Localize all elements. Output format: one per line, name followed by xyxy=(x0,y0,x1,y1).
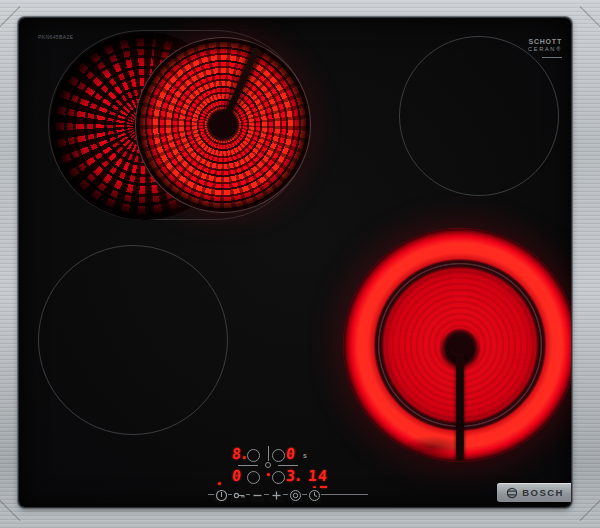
dual-zone-icon xyxy=(289,489,302,502)
minus-icon xyxy=(251,489,264,502)
ceran-text: CERAN® xyxy=(528,46,562,53)
frame-miter-seam xyxy=(580,499,600,521)
bosch-emblem-icon xyxy=(506,487,518,499)
bosch-text: BOSCH xyxy=(522,487,563,498)
zone-icon-back-left xyxy=(247,449,260,462)
model-label: PKN645BA2E xyxy=(38,34,73,40)
zone-icon-back-right xyxy=(272,449,285,462)
timer-button[interactable] xyxy=(307,488,321,502)
frame-miter-seam xyxy=(0,6,20,28)
schott-text: SCHOTT xyxy=(528,37,562,46)
child-lock-button[interactable] xyxy=(232,488,246,502)
ceramic-glass-surface: PKN645BA2E SCHOTT CERAN® 8. 0 s 0 3. 14 xyxy=(19,18,571,507)
selected-zone-dot xyxy=(267,473,270,476)
aux-indicator: s xyxy=(303,452,307,459)
schott-underline xyxy=(542,57,562,58)
power-button[interactable] xyxy=(214,488,228,502)
cooking-zone-back-right xyxy=(399,36,559,196)
key-icon xyxy=(233,489,246,502)
thermostat-arm xyxy=(456,345,464,461)
frame-miter-seam xyxy=(0,499,20,521)
power-indicator-dot xyxy=(218,482,221,485)
zone-select-button[interactable] xyxy=(288,488,302,502)
clock-icon xyxy=(308,489,321,502)
power-icon xyxy=(215,489,228,502)
schott-ceran-logo: SCHOTT CERAN® xyxy=(528,37,562,58)
cooking-zone-front-right xyxy=(343,228,571,462)
bosch-logo-plate: BOSCH xyxy=(497,483,571,502)
display-cross-center xyxy=(265,462,271,468)
thermostat-hub xyxy=(207,109,239,141)
thermostat-hub xyxy=(443,328,477,362)
display-divider xyxy=(268,446,269,461)
zone-back-left-main-glow xyxy=(135,37,311,213)
touch-control-strip xyxy=(208,481,373,503)
plus-button[interactable] xyxy=(269,488,283,502)
minus-button[interactable] xyxy=(250,488,264,502)
cooktop-photo: { "product": { "brand_plate": "BOSCH", "… xyxy=(0,0,600,528)
display-cross xyxy=(278,465,298,466)
plus-icon xyxy=(270,489,283,502)
display-cross xyxy=(238,465,258,466)
cooking-zone-back-left xyxy=(48,30,310,220)
cooking-zone-front-left xyxy=(38,245,228,435)
frame-miter-seam xyxy=(580,6,600,28)
level-back-right: 0 xyxy=(285,447,294,461)
